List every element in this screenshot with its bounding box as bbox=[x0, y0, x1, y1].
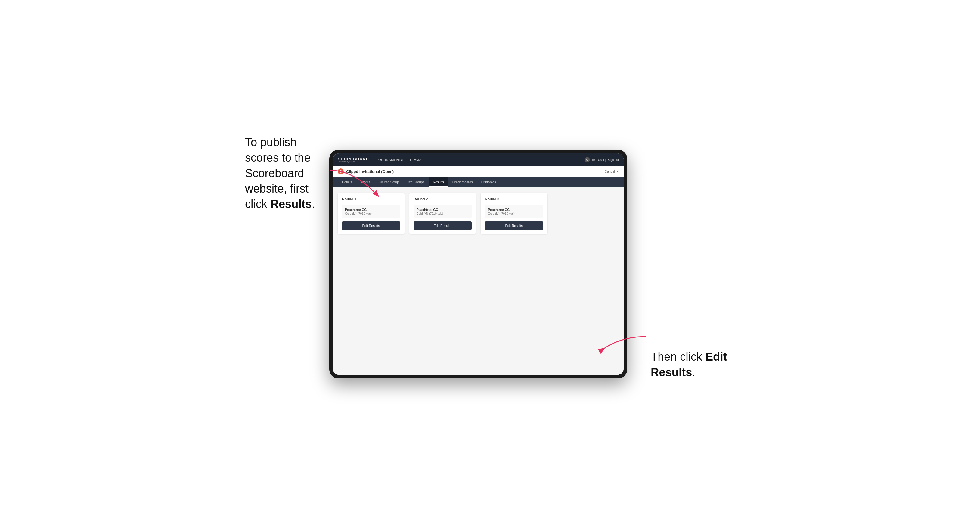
round-card-2: Round 2 Peachtree GC Gold (M) (7010 yds)… bbox=[409, 193, 476, 234]
tab-teams[interactable]: Teams bbox=[356, 177, 374, 187]
user-label: Test User | bbox=[592, 158, 606, 162]
app-header: SCOREBOARD Powered by clippd TOURNAMENTS… bbox=[333, 153, 624, 166]
round-1-course-card: Peachtree GC Gold (M) (7010 yds) bbox=[342, 205, 400, 218]
tournament-name: Clippd Invitational (Open) bbox=[346, 169, 605, 174]
cancel-label: Cancel bbox=[605, 170, 615, 173]
round-3-title: Round 3 bbox=[485, 197, 543, 201]
rounds-grid: Round 1 Peachtree GC Gold (M) (7010 yds)… bbox=[338, 193, 619, 234]
nav-teams[interactable]: TEAMS bbox=[409, 157, 422, 163]
round-1-title: Round 1 bbox=[342, 197, 400, 201]
user-avatar: U bbox=[584, 157, 590, 162]
round-2-title: Round 2 bbox=[414, 197, 472, 201]
instruction-then-prefix: Then click bbox=[651, 351, 705, 363]
tournament-icon-letter: C bbox=[339, 170, 342, 173]
round-2-course-details: Gold (M) (7010 yds) bbox=[417, 212, 469, 215]
header-right: U Test User | Sign out bbox=[584, 157, 619, 162]
round-2-course-card: Peachtree GC Gold (M) (7010 yds) bbox=[414, 205, 472, 218]
round-card-empty bbox=[552, 193, 619, 234]
tournament-header: C Clippd Invitational (Open) Cancel ✕ bbox=[333, 166, 624, 177]
round-card-3: Round 3 Peachtree GC Gold (M) (7010 yds)… bbox=[480, 193, 547, 234]
round-1-course-details: Gold (M) (7010 yds) bbox=[345, 212, 397, 215]
logo-subtitle: Powered by clippd bbox=[338, 160, 369, 163]
tablet-device: SCOREBOARD Powered by clippd TOURNAMENTS… bbox=[329, 150, 627, 378]
tab-course-setup[interactable]: Course Setup bbox=[374, 177, 403, 187]
instruction-bottom-right: Then click Edit Results. bbox=[651, 349, 735, 380]
close-icon: ✕ bbox=[616, 170, 619, 173]
cancel-button[interactable]: Cancel ✕ bbox=[605, 170, 619, 173]
instruction-then-end: . bbox=[692, 366, 695, 379]
tab-printables[interactable]: Printables bbox=[477, 177, 500, 187]
edit-results-btn-2[interactable]: Edit Results bbox=[414, 221, 472, 230]
tab-details[interactable]: Details bbox=[338, 177, 356, 187]
round-1-course-name: Peachtree GC bbox=[345, 208, 397, 211]
edit-results-btn-3[interactable]: Edit Results bbox=[485, 221, 543, 230]
tablet-screen: SCOREBOARD Powered by clippd TOURNAMENTS… bbox=[333, 153, 624, 375]
sign-out-link[interactable]: Sign out bbox=[608, 158, 619, 162]
instruction-text-end: . bbox=[312, 198, 315, 210]
round-3-course-details: Gold (M) (7010 yds) bbox=[488, 212, 540, 215]
tournament-icon: C bbox=[338, 168, 344, 175]
round-3-course-card: Peachtree GC Gold (M) (7010 yds) bbox=[485, 205, 543, 218]
round-card-1: Round 1 Peachtree GC Gold (M) (7010 yds)… bbox=[338, 193, 404, 234]
nav-tournaments[interactable]: TOURNAMENTS bbox=[376, 157, 403, 163]
tab-navigation: Details Teams Course Setup Tee Groups Re… bbox=[333, 177, 624, 187]
round-3-course-name: Peachtree GC bbox=[488, 208, 540, 211]
tab-results[interactable]: Results bbox=[429, 177, 448, 187]
tab-leaderboards[interactable]: Leaderboards bbox=[448, 177, 477, 187]
logo-area: SCOREBOARD Powered by clippd bbox=[338, 157, 369, 163]
main-content: Round 1 Peachtree GC Gold (M) (7010 yds)… bbox=[333, 187, 624, 375]
instruction-bold-results: Results bbox=[270, 198, 312, 210]
page-wrapper: To publish scores to the Scoreboard webs… bbox=[245, 132, 735, 395]
round-2-course-name: Peachtree GC bbox=[417, 208, 469, 211]
tab-tee-groups[interactable]: Tee Groups bbox=[403, 177, 429, 187]
nav-items: TOURNAMENTS TEAMS bbox=[376, 157, 584, 163]
edit-results-btn-1[interactable]: Edit Results bbox=[342, 221, 400, 230]
instruction-top-left: To publish scores to the Scoreboard webs… bbox=[245, 135, 326, 212]
